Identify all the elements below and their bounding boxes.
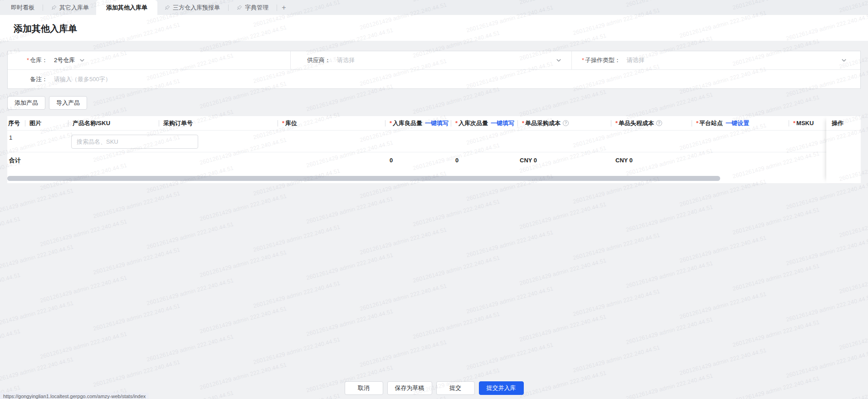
warehouse-select[interactable]: 2号仓库 <box>54 56 85 64</box>
tab-other-inbound-orders[interactable]: 其它入库单 <box>44 0 96 15</box>
row-index: 1 <box>9 134 12 141</box>
watermark-text: 2601261429 admin 222.240.44.51 <box>838 209 868 239</box>
fill-all-defect-qty-link[interactable]: 一键填写 <box>491 119 514 127</box>
tab-label: 其它入库单 <box>59 0 89 15</box>
watermark-text: 2601261429 admin 222.240.44.51 <box>305 308 394 338</box>
required-mark: * <box>582 57 584 63</box>
submit-and-inbound-button[interactable]: 提交并入库 <box>479 381 524 395</box>
sub-operation-type-field[interactable]: *子操作类型： 请选择 <box>572 51 860 69</box>
watermark-text: 2601261429 admin 222.240.44.51 <box>146 277 234 307</box>
watermark-text: 2601261429 admin 222.240.44.51 <box>92 190 180 220</box>
summary-good-qty: 0 <box>390 152 393 169</box>
tab-label: 三方仓入库预报单 <box>173 0 220 15</box>
watermark-text: 2601261429 admin 222.240.44.51 <box>0 328 21 358</box>
watermark-text: 2601261429 admin 222.240.44.51 <box>465 398 554 399</box>
col-purchase-order-no: 采购订单号 <box>159 116 278 130</box>
supplier-field[interactable]: 供应商： 请选择 <box>291 51 572 69</box>
table-row: 1 <box>7 131 861 152</box>
remark-label: 备注： <box>8 75 48 83</box>
watermark-text: 2601261429 admin 222.240.44.51 <box>572 344 660 374</box>
col-good-qty: *入库良品量一键填写 <box>385 116 451 130</box>
watermark-text: 2601261429 admin 222.240.44.51 <box>412 86 500 116</box>
watermark-text: 2601261429 admin 222.240.44.51 <box>625 316 713 346</box>
watermark-text: 2601261429 admin 222.240.44.51 <box>838 265 868 295</box>
sub-operation-type-label: *子操作类型： <box>582 56 620 64</box>
summary-row: 合计 0 0 CNY 0 CNY 0 <box>7 152 861 170</box>
watermark-text: 2601261429 admin 222.240.44.51 <box>252 336 341 366</box>
watermark-text: 2601261429 admin 222.240.44.51 <box>838 321 868 351</box>
col-storage-location: *库位 <box>278 116 385 130</box>
watermark-text: 2601261429 admin 222.240.44.51 <box>0 243 74 273</box>
watermark-text: 2601261429 admin 222.240.44.51 <box>731 263 820 292</box>
watermark-text: 2601261429 admin 222.240.44.51 <box>0 300 74 330</box>
tab-label: 即时看板 <box>11 0 34 15</box>
watermark-text: 2601261429 admin 222.240.44.51 <box>518 201 607 231</box>
pushpin-icon[interactable] <box>237 5 242 10</box>
col-index: 序号 <box>7 116 25 130</box>
watermark-text: 2601261429 admin 222.240.44.51 <box>572 288 660 318</box>
col-unit-freight-cost: *单品头程成本? <box>611 116 692 130</box>
tab-dashboard[interactable]: 即时看板 <box>4 0 42 15</box>
required-mark: * <box>455 120 458 127</box>
watermark-text: 2601261429 admin 222.240.44.51 <box>146 221 234 251</box>
summary-freight-cost: CNY 0 <box>615 152 633 169</box>
required-mark: * <box>615 120 618 127</box>
import-product-button[interactable]: 导入产品 <box>49 96 87 110</box>
required-mark: * <box>522 120 524 127</box>
info-icon[interactable]: ? <box>563 120 569 126</box>
watermark-text: 2601261429 admin 222.240.44.51 <box>39 331 127 360</box>
col-unit-purchase-cost: *单品采购成本? <box>517 116 611 130</box>
watermark-text: 2601261429 admin 222.240.44.51 <box>92 246 180 276</box>
cancel-button[interactable]: 取消 <box>345 381 383 395</box>
warehouse-field: *仓库： 2号仓库 <box>8 51 291 69</box>
watermark-text: 2601261429 admin 222.240.44.51 <box>465 341 554 371</box>
add-product-button[interactable]: 添加产品 <box>7 96 45 110</box>
summary-purchase-cost: CNY 0 <box>520 152 537 169</box>
tab-add-other-inbound-order[interactable]: 添加其他入库单 <box>96 0 157 15</box>
watermark-text: 2601261429 admin 222.240.44.51 <box>518 313 607 343</box>
tab-label: 添加其他入库单 <box>106 0 147 15</box>
product-search-input[interactable] <box>71 135 198 149</box>
watermark-text: 2601261429 admin 222.240.44.51 <box>252 224 341 253</box>
watermark-text: 2601261429 admin 222.240.44.51 <box>518 257 607 287</box>
chevron-down-icon <box>79 58 85 63</box>
watermark-text: 2601261429 admin 222.240.44.51 <box>199 193 287 223</box>
col-actions: 操作 <box>826 116 861 131</box>
watermark-text: 2601261429 admin 222.240.44.51 <box>785 293 868 323</box>
horizontal-scrollbar-thumb[interactable] <box>7 176 720 181</box>
remark-input[interactable] <box>54 76 507 83</box>
watermark-text: 2601261429 admin 222.240.44.51 <box>785 237 868 267</box>
watermark-text: 2601261429 admin 222.240.44.51 <box>0 215 21 245</box>
required-mark: * <box>793 120 795 127</box>
actions-fixed-column: 操作 <box>826 116 861 183</box>
tab-divider <box>43 5 43 11</box>
required-mark: * <box>282 120 284 127</box>
watermark-text: 2601261429 admin 222.240.44.51 <box>146 333 234 363</box>
col-platform-site: *平台站点一键设置 <box>692 116 789 130</box>
watermark-text: 2601261429 admin 222.240.44.51 <box>92 302 180 332</box>
watermark-text: 2601261429 admin 222.240.44.51 <box>359 339 447 369</box>
save-draft-button[interactable]: 保存为草稿 <box>387 381 432 395</box>
title-bar: 添加其他入库单 <box>0 15 868 41</box>
watermark-text: 2601261429 admin 222.240.44.51 <box>359 282 447 312</box>
pushpin-icon[interactable] <box>165 5 170 10</box>
status-bar-url: https://gongyinglian1.localtest.gerpgo.c… <box>0 393 149 399</box>
fill-all-good-qty-link[interactable]: 一键填写 <box>425 119 449 127</box>
submit-button[interactable]: 提交 <box>436 381 475 395</box>
new-tab-button[interactable]: + <box>278 0 290 15</box>
watermark-text: 2601261429 admin 222.240.44.51 <box>572 232 660 262</box>
info-icon[interactable]: ? <box>656 120 662 126</box>
watermark-text: 2601261429 admin 222.240.44.51 <box>785 350 868 380</box>
watermark-text: 2601261429 admin 222.240.44.51 <box>39 274 127 304</box>
pushpin-icon[interactable] <box>51 5 57 10</box>
product-table: 序号 图片 产品名称/SKU 采购订单号 *库位 *入库良品量一键填写 *入库次… <box>7 116 861 183</box>
watermark-text: 2601261429 admin 222.240.44.51 <box>465 229 554 259</box>
required-mark: * <box>390 120 392 127</box>
set-all-platform-site-link[interactable]: 一键设置 <box>726 119 749 127</box>
tab-dictionary-management[interactable]: 字典管理 <box>229 0 276 15</box>
remark-field: 备注： <box>8 70 860 88</box>
watermark-text: 2601261429 admin 222.240.44.51 <box>625 260 713 290</box>
watermark-text: 2601261429 admin 222.240.44.51 <box>39 218 127 248</box>
watermark-text: 2601261429 admin 222.240.44.51 <box>0 187 74 217</box>
tab-3pl-inbound-forecast[interactable]: 三方仓入库预报单 <box>157 0 227 15</box>
